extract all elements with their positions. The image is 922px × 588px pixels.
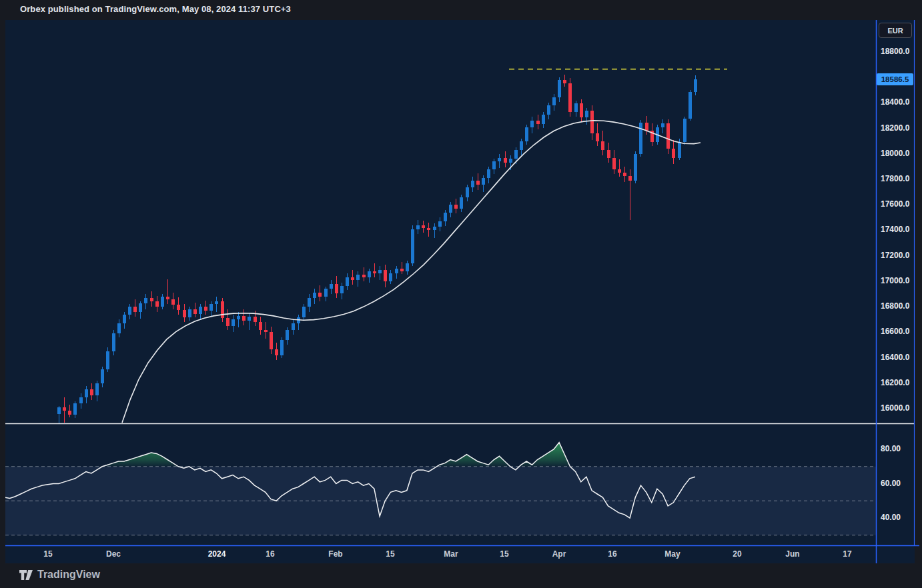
candle-up <box>492 161 496 169</box>
candle-up <box>199 307 202 314</box>
time-axis-label: Dec <box>106 549 121 559</box>
tradingview-logo-icon[interactable] <box>19 569 33 581</box>
candle-up <box>525 127 528 141</box>
footer-bar: TradingView <box>0 563 922 588</box>
candle-up <box>509 159 512 163</box>
candle-down <box>254 317 257 322</box>
time-axis[interactable]: 15Dec202416Feb15Mar15Apr16May20Jun17 <box>5 545 876 563</box>
time-axis-label: Jun <box>785 549 799 559</box>
candle-up <box>356 275 360 280</box>
candle-up <box>95 383 99 395</box>
candles-group <box>57 75 697 424</box>
candle-up <box>215 301 218 305</box>
candle-up <box>79 397 83 404</box>
rsi-axis-label: 60.00 <box>881 479 901 488</box>
candle-up <box>530 121 534 127</box>
price-axis[interactable]: EUR 18586.5 18800.018400.018200.018000.0… <box>876 20 915 563</box>
candle-up <box>292 323 295 330</box>
currency-button[interactable]: EUR <box>879 23 912 38</box>
candle-down <box>362 275 366 277</box>
candle-down <box>563 80 566 83</box>
candle-up <box>558 80 561 97</box>
attribution-bar: Orbex published on TradingView.com, May … <box>0 0 922 20</box>
candle-down <box>133 307 137 312</box>
candlestick-chart-canvas[interactable] <box>0 0 922 588</box>
candle-up <box>128 307 131 314</box>
candle-up <box>313 293 316 298</box>
candle-down <box>171 299 175 305</box>
candle-up <box>378 270 382 274</box>
candle-up <box>482 178 485 185</box>
candle-down <box>373 271 376 274</box>
candle-up <box>574 103 578 111</box>
last-price-badge: 18586.5 <box>877 73 913 85</box>
candle-up <box>395 269 398 273</box>
candle-up <box>85 389 88 397</box>
candle-up <box>144 298 147 304</box>
candle-up <box>324 289 328 296</box>
time-axis-label: 20 <box>733 549 741 559</box>
price-axis-label: 17600.0 <box>881 199 909 209</box>
candle-up <box>520 141 523 150</box>
candle-up <box>471 181 474 187</box>
candle-down <box>242 316 246 321</box>
time-axis-label: 16 <box>266 549 274 559</box>
candle-up <box>161 297 164 307</box>
candle-up <box>552 97 556 105</box>
candle-up <box>123 315 126 323</box>
attribution-text: Orbex published on TradingView.com, May … <box>20 4 291 14</box>
candle-up <box>368 271 371 278</box>
time-axis-label: Apr <box>552 549 566 559</box>
candle-up <box>411 229 414 264</box>
candle-up <box>248 317 251 321</box>
price-axis-label: 16800.0 <box>881 301 909 311</box>
candle-up <box>634 154 637 181</box>
candle-down <box>351 277 354 280</box>
candle-up <box>460 197 463 209</box>
price-axis-label: 16600.0 <box>881 327 909 336</box>
tradingview-brand-text[interactable]: TradingView <box>37 569 100 581</box>
time-axis-label: 16 <box>608 549 616 559</box>
price-axis-label: 18200.0 <box>881 123 909 133</box>
candle-up <box>101 369 104 383</box>
candle-up <box>302 307 306 317</box>
candle-down <box>204 307 207 311</box>
candle-up <box>416 225 420 229</box>
candle-down <box>177 305 180 310</box>
candle-down <box>63 407 66 411</box>
candle-down <box>596 133 599 141</box>
price-axis-label: 17200.0 <box>881 251 909 260</box>
candle-down <box>264 330 268 333</box>
candle-down <box>226 318 229 325</box>
candle-down <box>422 225 425 228</box>
candle-down <box>318 293 322 297</box>
candle-down <box>275 349 278 355</box>
candle-up <box>444 213 447 221</box>
candle-down <box>568 83 572 112</box>
rsi-axis-label: 80.00 <box>881 444 901 453</box>
candle-down <box>183 310 186 317</box>
candle-down <box>400 269 404 271</box>
candle-up <box>139 303 142 311</box>
candle-down <box>645 123 648 130</box>
price-axis-label: 18400.0 <box>881 97 909 107</box>
candle-down <box>590 111 594 133</box>
candle-down <box>666 123 670 149</box>
candle-down <box>612 158 616 169</box>
candle-down <box>68 411 71 415</box>
candle-up <box>406 263 409 271</box>
candle-up <box>678 142 681 158</box>
candle-up <box>106 351 109 369</box>
candle-up <box>466 187 469 197</box>
time-axis-label: May <box>664 549 680 559</box>
candle-up <box>112 333 115 351</box>
candle-up <box>433 227 436 231</box>
candle-up <box>661 123 664 127</box>
candle-up <box>340 286 344 293</box>
candle-up <box>688 92 692 119</box>
candle-down <box>607 150 610 157</box>
candle-down <box>259 322 262 329</box>
candle-down <box>427 228 430 231</box>
candle-up <box>117 323 121 333</box>
candle-up <box>73 403 77 414</box>
